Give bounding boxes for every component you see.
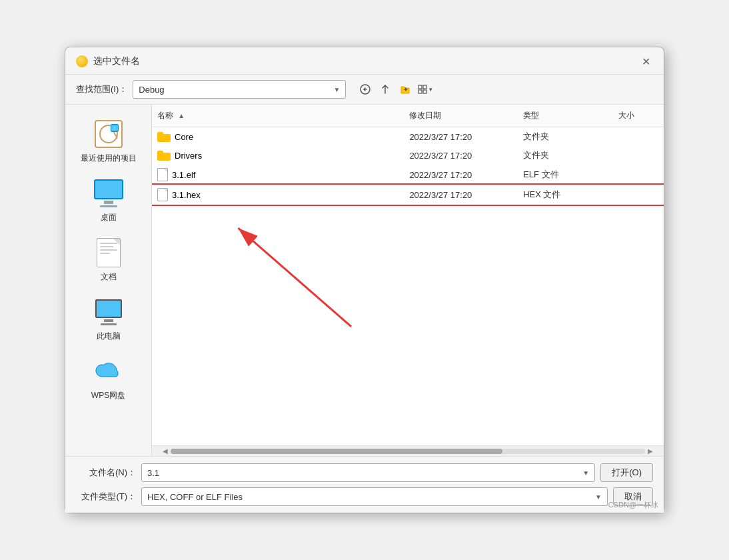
sidebar-item-recent[interactable]: ↑ 最近使用的项目 — [69, 113, 147, 169]
sort-arrow-icon: ▲ — [178, 112, 185, 119]
file-icon — [157, 168, 168, 181]
file-date: 2022/3/27 17:20 — [404, 130, 518, 144]
file-name: Core — [175, 132, 193, 142]
file-row[interactable]: Core 2022/3/27 17:20 文件夹 — [152, 127, 664, 146]
sidebar-document-label: 文档 — [101, 271, 117, 283]
file-row[interactable]: 3.1.elf 2022/3/27 17:20 ELF 文件 — [152, 165, 664, 185]
folder-icon — [157, 150, 171, 161]
file-table: 名称 ▲ 修改日期 类型 大小 Core — [152, 105, 664, 445]
nav-back-button[interactable] — [357, 81, 374, 98]
svg-rect-1 — [418, 85, 422, 89]
nav-up-button[interactable] — [376, 81, 394, 98]
open-button[interactable]: 打开(O) — [600, 463, 653, 482]
file-row[interactable]: 3.1.hex 2022/3/27 17:20 HEX 文件 — [152, 185, 664, 205]
toolbar-icons: ▼ — [357, 81, 434, 98]
file-name-cell: 3.1.hex — [152, 186, 404, 203]
filetype-input[interactable]: HEX, COFF or ELF Files ▼ — [141, 487, 608, 506]
svg-rect-3 — [418, 90, 422, 93]
filename-dropdown-icon: ▼ — [582, 469, 589, 477]
nav-new-folder-button[interactable] — [396, 81, 414, 98]
filename-row: 文件名(N)： 3.1 ▼ 打开(O) — [76, 463, 653, 482]
file-name: 3.1.hex — [172, 190, 201, 200]
sidebar-item-document[interactable]: 文档 — [69, 231, 147, 288]
file-name-cell: Core — [152, 129, 404, 144]
path-select[interactable]: Debug ▼ — [133, 80, 346, 99]
hscroll-bar: ◀ ▶ — [152, 445, 664, 456]
sidebar-desktop-label: 桌面 — [101, 212, 117, 223]
file-size — [613, 193, 664, 197]
title-bar-left: 选中文件名 — [76, 55, 140, 67]
file-area: 名称 ▲ 修改日期 类型 大小 Core — [152, 105, 664, 456]
filename-input[interactable]: 3.1 ▼ — [141, 463, 595, 482]
hscroll-right-btn[interactable]: ▶ — [648, 447, 653, 455]
col-header-size[interactable]: 大小 — [613, 107, 664, 124]
sidebar-item-desktop[interactable]: 桌面 — [69, 172, 147, 229]
toolbar: 查找范围(I)： Debug ▼ ▼ — [65, 75, 664, 105]
file-dialog: 选中文件名 ✕ 查找范围(I)： Debug ▼ ▼ — [65, 47, 664, 513]
file-size — [613, 153, 664, 157]
file-row[interactable]: Drivers 2022/3/27 17:20 文件夹 — [152, 146, 664, 165]
sidebar-item-computer[interactable]: 此电脑 — [69, 291, 147, 347]
nav-view-button[interactable]: ▼ — [416, 81, 434, 98]
svg-rect-4 — [423, 90, 426, 93]
file-rows-container: Core 2022/3/27 17:20 文件夹 Drivers 2022/3/… — [152, 127, 664, 205]
file-date: 2022/3/27 17:20 — [404, 188, 518, 202]
file-type: ELF 文件 — [518, 167, 612, 183]
document-icon — [93, 237, 125, 269]
file-date: 2022/3/27 17:20 — [404, 168, 518, 182]
file-size — [613, 173, 664, 177]
path-select-value: Debug — [139, 85, 164, 95]
title-bar: 选中文件名 ✕ — [65, 47, 664, 75]
toolbar-label: 查找范围(I)： — [76, 83, 127, 95]
file-type: 文件夹 — [518, 147, 612, 163]
file-date: 2022/3/27 17:20 — [404, 149, 518, 163]
col-header-name[interactable]: 名称 ▲ — [152, 107, 404, 124]
filetype-row: 文件类型(T)： HEX, COFF or ELF Files ▼ 取消 — [76, 487, 653, 506]
main-area: ↑ 最近使用的项目 桌面 — [65, 105, 664, 456]
hscroll-track[interactable] — [171, 449, 645, 454]
svg-rect-2 — [423, 85, 426, 89]
hscroll-left-btn[interactable]: ◀ — [163, 447, 168, 455]
file-table-header: 名称 ▲ 修改日期 类型 大小 — [152, 105, 664, 127]
computer-icon — [93, 296, 125, 328]
file-type: 文件夹 — [518, 129, 612, 145]
file-name-cell: 3.1.elf — [152, 166, 404, 183]
filetype-label: 文件类型(T)： — [76, 491, 136, 503]
filename-label: 文件名(N)： — [76, 467, 136, 479]
hscroll-thumb[interactable] — [171, 449, 502, 454]
sidebar-cloud-label: WPS网盘 — [91, 390, 125, 401]
file-name-cell: Drivers — [152, 148, 404, 163]
filetype-dropdown-icon: ▼ — [595, 493, 602, 501]
folder-icon — [157, 131, 171, 142]
file-name: 3.1.elf — [172, 170, 195, 180]
close-button[interactable]: ✕ — [638, 54, 653, 69]
view-arrow-icon: ▼ — [428, 87, 433, 93]
sidebar: ↑ 最近使用的项目 桌面 — [65, 105, 152, 456]
col-header-type[interactable]: 类型 — [518, 107, 612, 124]
dialog-icon — [76, 55, 88, 67]
sidebar-recent-label: 最近使用的项目 — [81, 153, 137, 164]
file-type: HEX 文件 — [518, 187, 612, 203]
file-icon — [157, 188, 168, 201]
col-header-date[interactable]: 修改日期 — [404, 107, 518, 124]
cloud-icon — [93, 355, 125, 387]
sidebar-item-cloud[interactable]: WPS网盘 — [69, 350, 147, 407]
file-size — [613, 135, 664, 139]
dialog-title: 选中文件名 — [93, 55, 140, 67]
filename-value: 3.1 — [147, 468, 159, 478]
sidebar-computer-label: 此电脑 — [97, 331, 121, 342]
bottom-area: 文件名(N)： 3.1 ▼ 打开(O) 文件类型(T)： HEX, COFF o… — [65, 456, 664, 513]
recent-icon: ↑ — [93, 118, 125, 150]
file-name: Drivers — [175, 151, 202, 161]
desktop-icon — [93, 177, 125, 209]
filetype-value: HEX, COFF or ELF Files — [147, 492, 243, 502]
path-select-arrow-icon: ▼ — [333, 86, 340, 93]
watermark: CSDN@一杯冰 — [608, 500, 658, 510]
